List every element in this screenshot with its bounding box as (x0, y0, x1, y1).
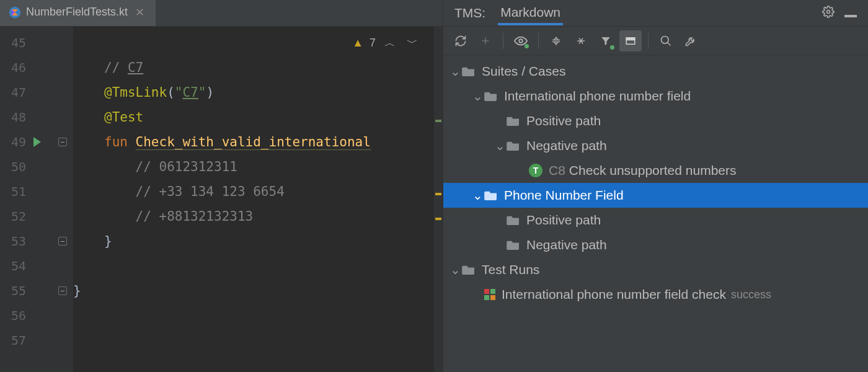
layout-icon[interactable] (619, 30, 642, 51)
tree-item-label: Positive path (526, 113, 601, 128)
line-number: 55 (0, 278, 56, 303)
inspection-summary[interactable]: ▲ 7 ︿ ﹀ (348, 33, 424, 53)
folder-icon (507, 215, 520, 226)
code-line[interactable]: } (104, 229, 443, 254)
tree-item-label: International phone number field check (502, 287, 726, 302)
editor-body: 45464748495051525354555657 // C7@TmsLink… (0, 27, 443, 372)
run-gutter-icon[interactable] (33, 137, 41, 147)
collapse-all-icon[interactable] (570, 30, 592, 51)
tree-item-label: Positive path (526, 213, 601, 228)
folder-icon (484, 190, 498, 201)
watch-icon[interactable] (510, 30, 532, 51)
close-icon[interactable]: ✕ (133, 4, 147, 20)
toolbar-separator (503, 33, 503, 49)
line-number: 54 (0, 254, 56, 278)
line-number-gutter: 45464748495051525354555657 (0, 27, 56, 372)
code-line[interactable] (104, 254, 443, 278)
chevron-icon[interactable]: ⌄ (448, 262, 462, 277)
tree-item-label: International phone number field (504, 89, 691, 104)
error-stripe[interactable] (434, 27, 443, 372)
tms-panel-title: TMS: (454, 6, 485, 20)
editor-tab-bar: NumberFieldTests.kt ✕ (0, 0, 443, 27)
tree-folder[interactable]: ⌄Negative path (443, 133, 868, 158)
tree-folder[interactable]: ⌄Suites / Cases (443, 59, 868, 84)
tree-folder[interactable]: ⌄Phone Number Field (443, 183, 868, 208)
toolbar-separator (648, 33, 649, 49)
expand-all-icon[interactable] (545, 30, 567, 51)
svg-rect-4 (844, 15, 857, 17)
wrench-icon[interactable] (680, 30, 702, 51)
stripe-mark[interactable] (435, 218, 441, 220)
tree-item-label: Negative path (526, 237, 607, 252)
chevron-down-icon[interactable]: ﹀ (404, 34, 420, 51)
code-area[interactable]: // C7@TmsLink("C7")@Testfun Check_with_v… (73, 27, 443, 372)
code-line[interactable] (104, 303, 443, 328)
fold-toggle-icon[interactable] (58, 237, 67, 246)
tree-folder[interactable]: ⌄Test Runs (443, 257, 868, 282)
gear-icon[interactable] (817, 3, 839, 24)
line-number: 48 (0, 105, 56, 130)
chevron-icon[interactable]: ⌄ (493, 138, 507, 153)
tree-test-run[interactable]: International phone number field checksu… (443, 282, 868, 307)
editor-tab-label: NumberFieldTests.kt (26, 6, 128, 19)
chevron-icon[interactable]: ⌄ (471, 89, 484, 104)
add-icon[interactable] (474, 30, 497, 51)
chevron-icon[interactable]: ⌄ (471, 188, 484, 203)
tree-item-label: Phone Number Field (504, 188, 624, 203)
stripe-mark[interactable] (435, 120, 441, 122)
tms-tab-markdown[interactable]: Markdown (498, 1, 563, 25)
chevron-icon[interactable]: ⌄ (448, 64, 462, 79)
svg-point-8 (662, 36, 669, 43)
line-number: 45 (0, 30, 56, 55)
code-line[interactable]: // +33 134 123 6654 (104, 179, 443, 204)
chevron-up-icon[interactable]: ︿ (382, 34, 398, 51)
svg-point-5 (519, 39, 523, 43)
line-number: 47 (0, 80, 56, 105)
tree-folder[interactable]: Negative path (443, 232, 868, 257)
fold-toggle-icon[interactable] (58, 138, 67, 146)
tree-item-label: Suites / Cases (482, 64, 565, 79)
run-status-label: success (731, 288, 771, 301)
code-line[interactable]: // C7 (104, 55, 443, 80)
line-number: 51 (0, 179, 56, 204)
filter-icon[interactable] (595, 30, 617, 51)
kotlin-file-icon (9, 6, 21, 19)
tms-tree[interactable]: ⌄Suites / Cases⌄International phone numb… (443, 55, 868, 372)
code-line[interactable]: } (73, 278, 443, 303)
code-line[interactable]: // 0612312311 (104, 154, 443, 179)
tree-test-case[interactable]: TC8Check unsupported numbers (443, 158, 868, 183)
tree-item-label: Negative path (526, 138, 607, 153)
svg-point-3 (827, 10, 830, 13)
line-number: 52 (0, 204, 56, 229)
search-icon[interactable] (655, 30, 677, 51)
code-line[interactable]: // +88132132313 (104, 204, 443, 229)
tms-toolbar (443, 27, 868, 55)
tree-folder[interactable]: Positive path (443, 208, 868, 232)
folder-icon (507, 239, 520, 250)
warning-icon: ▲ (352, 37, 363, 50)
minimize-icon[interactable] (839, 3, 862, 23)
editor-tab[interactable]: NumberFieldTests.kt ✕ (0, 0, 156, 26)
toolbar-separator (538, 33, 539, 49)
fold-toggle-icon[interactable] (58, 286, 67, 295)
code-line[interactable]: fun Check_with_valid_international (104, 130, 443, 154)
test-run-icon (484, 289, 495, 300)
tree-folder[interactable]: ⌄International phone number field (443, 84, 868, 108)
folder-icon (462, 264, 476, 275)
folder-icon (484, 91, 498, 102)
line-number: 53 (0, 229, 56, 254)
folder-icon (462, 66, 476, 77)
test-case-id: C8 (549, 163, 565, 178)
code-line[interactable]: @TmsLink("C7") (104, 80, 443, 105)
stripe-mark[interactable] (435, 193, 441, 195)
refresh-icon[interactable] (450, 30, 472, 51)
tree-folder[interactable]: Positive path (443, 108, 868, 133)
code-line[interactable] (104, 328, 443, 353)
tree-item-label: Test Runs (482, 262, 539, 277)
code-line[interactable]: @Test (104, 105, 443, 130)
line-number: 56 (0, 303, 56, 328)
editor-pane: NumberFieldTests.kt ✕ 454647484950515253… (0, 0, 443, 372)
tms-panel: TMS: Markdown ⌄Suites / Cases⌄Internatio… (443, 0, 868, 372)
folder-icon (507, 140, 520, 151)
inspection-count: 7 (370, 37, 376, 50)
